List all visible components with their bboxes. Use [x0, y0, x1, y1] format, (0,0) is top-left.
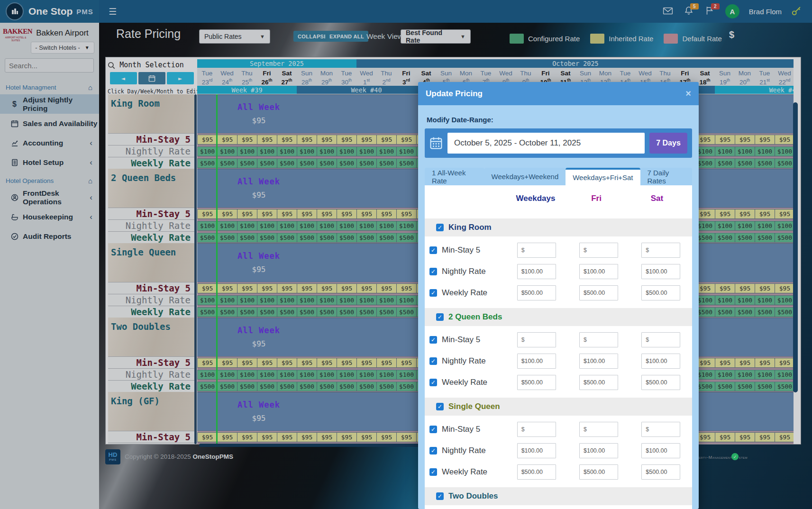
date-range-label: Modify Date-Range:	[427, 116, 692, 124]
room-section-name: Single Queen	[448, 402, 500, 411]
pricing-row: ✓Nightly Rate	[425, 443, 692, 458]
checkbox-checked-icon[interactable]: ✓	[429, 379, 437, 386]
rate-input[interactable]	[517, 443, 556, 458]
rate-input[interactable]	[517, 464, 556, 480]
rate-input[interactable]	[517, 332, 556, 347]
modal-panel: WeekdaysFriSat ✓King Room✓Min-Stay 5✓Nig…	[425, 185, 692, 509]
pricing-row-label: ✓Weekly Rate	[429, 288, 505, 298]
column-header: Weekdays	[505, 194, 566, 203]
rate-input[interactable]	[641, 264, 680, 279]
pricing-row: ✓Min-Stay 5	[425, 243, 692, 258]
column-header-spacer	[429, 194, 505, 203]
rate-input[interactable]	[579, 243, 618, 258]
pricing-row: ✓Weekly Rate	[425, 285, 692, 300]
rate-input[interactable]	[579, 354, 618, 369]
calendar-icon[interactable]	[429, 136, 443, 150]
rate-input[interactable]	[517, 422, 556, 437]
modal-header: Update Pricing ×	[418, 82, 699, 105]
close-icon[interactable]: ×	[685, 88, 691, 99]
checkbox-checked-icon[interactable]: ✓	[436, 403, 444, 410]
room-section-header: ✓Two Doubles	[425, 487, 692, 505]
rate-input[interactable]	[517, 375, 556, 390]
rate-input[interactable]	[641, 375, 680, 390]
tab-7-daily-rates[interactable]: 7 Daily Rates	[640, 168, 692, 185]
rate-input[interactable]	[641, 464, 680, 480]
modal-body: Modify Date-Range: 7 Days 1 All-Week Rat…	[418, 105, 699, 509]
room-section-name: 2 Queen Beds	[448, 312, 502, 322]
room-section-header: ✓2 Queen Beds	[425, 308, 692, 326]
checkbox-checked-icon[interactable]: ✓	[429, 246, 437, 254]
pricing-row: ✓Min-Stay 5	[425, 422, 692, 437]
checkbox-checked-icon[interactable]: ✓	[429, 268, 437, 275]
pricing-row-text: Min-Stay 5	[442, 245, 480, 255]
pricing-row: ✓Min-Stay 5	[425, 332, 692, 347]
checkbox-checked-icon[interactable]: ✓	[429, 289, 437, 297]
pricing-row-text: Weekly Rate	[442, 288, 487, 298]
rate-input[interactable]	[579, 285, 618, 300]
checkbox-checked-icon[interactable]: ✓	[429, 447, 437, 454]
pricing-row-text: Nightly Rate	[442, 356, 486, 366]
room-section-header: ✓King Room	[425, 218, 692, 236]
rate-input[interactable]	[579, 264, 618, 279]
checkbox-checked-icon[interactable]: ✓	[436, 313, 444, 321]
rate-input[interactable]	[641, 243, 680, 258]
update-pricing-modal: Update Pricing × Modify Date-Range: 7 Da…	[418, 82, 699, 509]
pricing-row-label: ✓Nightly Rate	[429, 356, 505, 366]
rate-input[interactable]	[641, 285, 680, 300]
rate-input[interactable]	[641, 443, 680, 458]
checkbox-checked-icon[interactable]: ✓	[429, 357, 437, 365]
date-range-row: 7 Days	[425, 128, 692, 158]
pricing-row: ✓Nightly Rate	[425, 354, 692, 369]
pricing-row: ✓Weekly Rate	[425, 375, 692, 390]
modal-column-headers: WeekdaysFriSat	[425, 185, 692, 211]
rate-input[interactable]	[579, 443, 618, 458]
rate-input[interactable]	[641, 422, 680, 437]
rate-input[interactable]	[517, 354, 556, 369]
pricing-row-label: ✓Weekly Rate	[429, 378, 505, 387]
pricing-row-label: ✓Weekly Rate	[429, 467, 505, 477]
rate-input[interactable]	[641, 354, 680, 369]
checkbox-checked-icon[interactable]: ✓	[429, 426, 437, 433]
room-section-name: King Room	[448, 223, 492, 232]
pricing-row-text: Min-Stay 5	[442, 425, 480, 434]
pricing-row-text: Weekly Rate	[442, 378, 487, 387]
modal-sections: ✓King Room✓Min-Stay 5✓Nightly Rate✓Weekl…	[425, 218, 692, 509]
pricing-row-text: Nightly Rate	[442, 267, 486, 276]
checkbox-checked-icon[interactable]: ✓	[436, 224, 444, 231]
rate-input[interactable]	[517, 264, 556, 279]
pricing-row-label: ✓Min-Stay 5	[429, 245, 505, 255]
pricing-row-text: Nightly Rate	[442, 446, 486, 455]
pricing-row-label: ✓Nightly Rate	[429, 446, 505, 455]
checkbox-checked-icon[interactable]: ✓	[429, 336, 437, 344]
pricing-row-text: Weekly Rate	[442, 467, 487, 477]
rate-input[interactable]	[517, 243, 556, 258]
date-range-input[interactable]	[447, 133, 645, 154]
modal-title: Update Pricing	[426, 89, 483, 99]
rate-input[interactable]	[517, 285, 556, 300]
rate-input[interactable]	[579, 422, 618, 437]
pricing-row: ✓Nightly Rate	[425, 264, 692, 279]
pricing-row-label: ✓Min-Stay 5	[429, 335, 505, 345]
rate-input[interactable]	[579, 464, 618, 480]
room-section-header: ✓Single Queen	[425, 398, 692, 416]
column-header: Fri	[566, 194, 627, 203]
rate-input[interactable]	[579, 375, 618, 390]
rate-input[interactable]	[641, 332, 680, 347]
pricing-row-label: ✓Nightly Rate	[429, 267, 505, 276]
tab-1-all-week-rate[interactable]: 1 All-Week Rate	[425, 168, 484, 185]
tab-weekdays-weekend[interactable]: Weekdays+Weekend	[484, 168, 566, 185]
pricing-row-text: Min-Stay 5	[442, 335, 480, 345]
seven-days-button[interactable]: 7 Days	[649, 133, 687, 154]
app: One Stop PMS ☰ 5 2 A Brad Flom	[0, 0, 812, 509]
checkbox-checked-icon[interactable]: ✓	[429, 468, 437, 476]
room-section-name: Two Doubles	[448, 491, 498, 501]
tab-weekdays-fri-sat[interactable]: Weekdays+Fri+Sat	[566, 168, 640, 185]
pricing-row-label: ✓Min-Stay 5	[429, 425, 505, 434]
checkbox-checked-icon[interactable]: ✓	[436, 492, 444, 500]
rate-input[interactable]	[579, 332, 618, 347]
pricing-row: ✓Weekly Rate	[425, 464, 692, 480]
column-header: Sat	[627, 194, 687, 203]
modal-tabs: 1 All-Week RateWeekdays+WeekendWeekdays+…	[425, 168, 692, 185]
